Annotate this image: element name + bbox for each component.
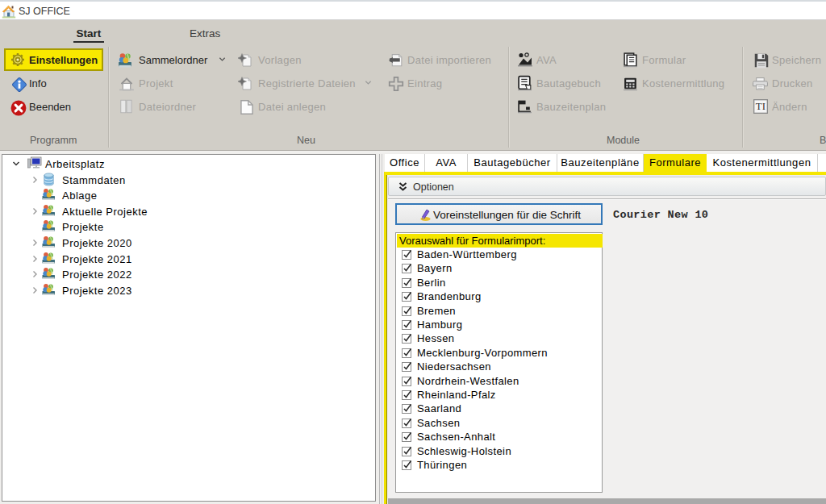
svg-text:TI: TI (756, 101, 766, 112)
